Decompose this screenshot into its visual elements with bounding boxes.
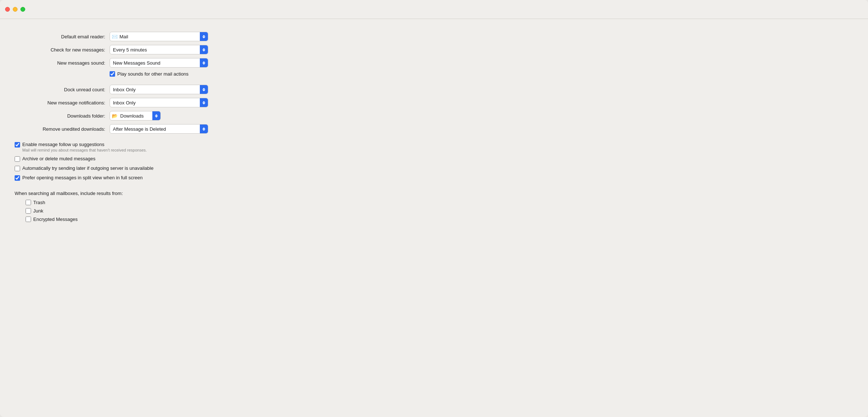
downloads-folder-label: Downloads folder: [15,111,110,121]
prefer-split-view-row: Prefer opening messages in split view wh… [15,173,853,183]
play-sounds-row: Play sounds for other mail actions [110,69,853,79]
archive-muted-row: Archive or delete muted messages [15,154,853,164]
stepper-up-icon [202,35,205,37]
new-messages-sound-wrapper: New Messages Sound [110,58,208,68]
downloads-folder-control: 📂 Downloads [110,109,853,122]
stepper-up-icon [202,88,205,89]
play-sounds-checkbox[interactable] [110,71,115,77]
check-messages-label: Check for new messages: [15,45,110,55]
dock-unread-control: Inbox Only [110,83,853,96]
auto-send-later-row: Automatically try sending later if outgo… [15,164,853,173]
archive-muted-label[interactable]: Archive or delete muted messages [22,156,95,161]
check-messages-select[interactable]: Every 5 minutes [110,45,208,54]
default-email-reader-label: Default email reader: [15,31,110,42]
stepper-down-icon [202,50,205,51]
enable-followup-content: Enable message follow up suggestions Mai… [22,142,147,152]
new-messages-sound-select[interactable]: New Messages Sound [110,58,208,68]
auto-send-later-label[interactable]: Automatically try sending later if outgo… [22,165,153,171]
search-checkboxes: Trash Junk Encrypted Messages [15,198,853,223]
default-email-reader-stepper[interactable] [200,32,208,41]
new-messages-sound-label: New messages sound: [15,58,110,68]
new-message-notifications-label: New message notifications: [15,97,110,108]
encrypted-row: Encrypted Messages [26,215,853,223]
remove-unedited-label: Remove unedited downloads: [15,124,110,134]
stepper-down-icon [202,103,205,104]
trash-row: Trash [26,198,853,207]
maximize-button[interactable] [20,7,25,12]
default-email-reader-select[interactable]: Mail [110,32,208,41]
junk-checkbox[interactable] [26,208,31,214]
settings-grid: Default email reader: ✉️ Mail Check for … [15,30,853,223]
enable-followup-label: Enable message follow up suggestions [22,142,147,147]
search-section-label: When searching all mailboxes, include re… [15,187,853,198]
remove-unedited-stepper[interactable] [200,125,208,133]
new-message-notifications-wrapper: Inbox Only [110,98,208,107]
window: Default email reader: ✉️ Mail Check for … [0,0,868,417]
check-messages-stepper[interactable] [200,45,208,54]
enable-followup-row: Enable message follow up suggestions Mai… [15,140,853,154]
new-messages-sound-stepper[interactable] [200,58,208,67]
remove-unedited-control: After Message is Deleted [110,122,853,135]
trash-label[interactable]: Trash [26,200,45,205]
auto-send-later-checkbox[interactable] [15,166,20,171]
minimize-button[interactable] [13,7,18,12]
stepper-down-icon [202,37,205,38]
default-email-reader-control: ✉️ Mail [110,30,853,43]
dock-unread-label: Dock unread count: [15,84,110,95]
dock-unread-wrapper: Inbox Only [110,85,208,94]
remove-unedited-select[interactable]: After Message is Deleted [110,124,208,134]
new-messages-sound-control: New Messages Sound [110,56,853,69]
titlebar [0,0,868,19]
new-message-notifications-stepper[interactable] [200,98,208,107]
encrypted-label[interactable]: Encrypted Messages [26,217,77,222]
prefer-split-view-checkbox[interactable] [15,175,20,181]
stepper-down-icon [202,90,205,91]
trash-checkbox[interactable] [26,200,31,205]
remove-unedited-wrapper: After Message is Deleted [110,124,208,134]
new-message-notifications-control: Inbox Only [110,96,853,109]
dock-unread-select[interactable]: Inbox Only [110,85,208,94]
default-email-reader-wrapper: ✉️ Mail [110,32,208,41]
check-messages-wrapper: Every 5 minutes [110,45,208,54]
stepper-down-icon [155,116,158,118]
stepper-up-icon [202,61,205,63]
archive-muted-checkbox[interactable] [15,156,20,162]
junk-row: Junk [26,207,853,215]
dock-unread-stepper[interactable] [200,85,208,94]
traffic-lights [5,7,25,12]
downloads-folder-stepper[interactable] [152,111,160,120]
stepper-down-icon [202,63,205,65]
stepper-up-icon [202,127,205,129]
enable-followup-checkbox[interactable] [15,142,20,148]
encrypted-checkbox[interactable] [26,217,31,222]
new-message-notifications-select[interactable]: Inbox Only [110,98,208,107]
check-messages-control: Every 5 minutes [110,43,853,56]
settings-content: Default email reader: ✉️ Mail Check for … [0,19,868,238]
stepper-down-icon [202,129,205,131]
junk-label[interactable]: Junk [26,208,43,214]
stepper-up-icon [202,48,205,50]
downloads-folder-wrapper: 📂 Downloads [110,111,161,120]
enable-followup-subtext: Mail will remind you about messages that… [22,148,147,152]
play-sounds-label[interactable]: Play sounds for other mail actions [110,71,189,77]
stepper-up-icon [202,101,205,103]
close-button[interactable] [5,7,10,12]
stepper-up-icon [155,114,158,116]
prefer-split-view-label[interactable]: Prefer opening messages in split view wh… [22,175,143,180]
